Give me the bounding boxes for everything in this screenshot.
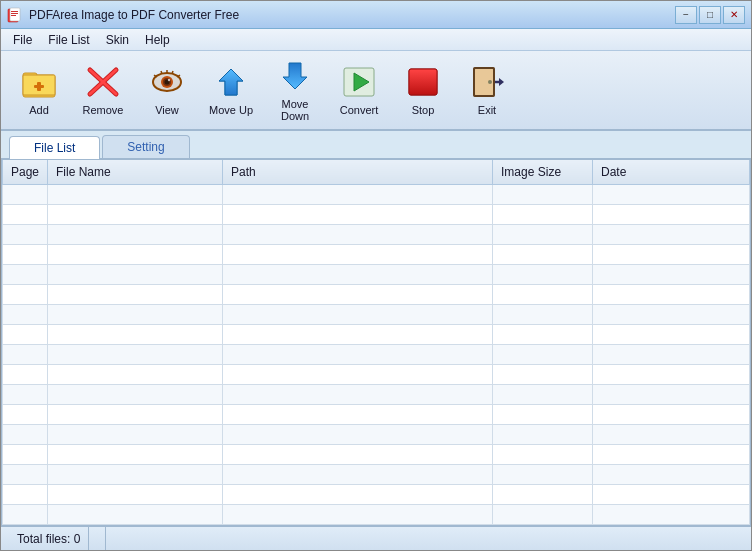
svg-marker-38 [499, 78, 504, 86]
svg-rect-32 [409, 69, 437, 95]
table-cell [593, 284, 750, 304]
table-cell [223, 324, 493, 344]
maximize-button[interactable]: □ [699, 6, 721, 24]
table-cell [48, 404, 223, 424]
table-cell [48, 344, 223, 364]
table-cell [48, 384, 223, 404]
menu-file[interactable]: File [5, 31, 40, 49]
file-table: Page File Name Path Image Size Date (fun… [2, 160, 750, 526]
table-cell [3, 444, 48, 464]
stop-icon [405, 64, 441, 100]
remove-button[interactable]: Remove [73, 55, 133, 125]
status-total-files: Total files: 0 [9, 527, 89, 550]
table-cell [593, 304, 750, 324]
menu-skin[interactable]: Skin [98, 31, 137, 49]
table-row [3, 184, 750, 204]
table-cell [3, 244, 48, 264]
menu-bar: File File List Skin Help [1, 29, 751, 51]
add-button[interactable]: Add [9, 55, 69, 125]
window-title: PDFArea Image to PDF Converter Free [29, 8, 239, 22]
col-header-filename: File Name [48, 160, 223, 184]
table-row [3, 404, 750, 424]
table-cell [3, 204, 48, 224]
table-row [3, 424, 750, 444]
table-cell [223, 264, 493, 284]
table-row [3, 484, 750, 504]
move-up-button[interactable]: Move Up [201, 55, 261, 125]
table-cell [3, 184, 48, 204]
svg-rect-2 [11, 11, 18, 12]
move-down-button[interactable]: Move Down [265, 55, 325, 125]
total-files-label: Total files: 0 [17, 532, 80, 546]
table-cell [223, 504, 493, 524]
table-row [3, 444, 750, 464]
tab-setting[interactable]: Setting [102, 135, 189, 158]
table-cell [493, 504, 593, 524]
col-header-page: Page [3, 160, 48, 184]
table-cell [3, 224, 48, 244]
table-header-row: Page File Name Path Image Size Date [3, 160, 750, 184]
exit-button[interactable]: Exit [457, 55, 517, 125]
table-cell [48, 184, 223, 204]
table-cell [48, 244, 223, 264]
convert-button[interactable]: Convert [329, 55, 389, 125]
table-row [3, 324, 750, 344]
table-cell [3, 424, 48, 444]
svg-line-23 [172, 71, 173, 74]
close-button[interactable]: ✕ [723, 6, 745, 24]
move-down-label: Move Down [266, 98, 324, 122]
table-cell [223, 344, 493, 364]
svg-rect-4 [11, 15, 16, 16]
table-cell [223, 384, 493, 404]
table-row [3, 384, 750, 404]
exit-label: Exit [478, 104, 496, 116]
title-buttons: − □ ✕ [675, 6, 745, 24]
convert-icon [341, 64, 377, 100]
table-cell [493, 224, 593, 244]
table-cell [223, 424, 493, 444]
table-cell [3, 284, 48, 304]
add-label: Add [29, 104, 49, 116]
table-cell [493, 284, 593, 304]
table-cell [493, 464, 593, 484]
table-cell [493, 184, 593, 204]
table-cell [593, 264, 750, 284]
table-cell [48, 484, 223, 504]
table-cell [48, 264, 223, 284]
table-cell [493, 324, 593, 344]
table-cell [493, 204, 593, 224]
svg-rect-9 [34, 85, 44, 88]
table-cell [3, 264, 48, 284]
view-button[interactable]: View [137, 55, 197, 125]
minimize-button[interactable]: − [675, 6, 697, 24]
toolbar: Add Remove [1, 51, 751, 131]
table-cell [493, 304, 593, 324]
tab-file-list[interactable]: File List [9, 136, 100, 159]
remove-label: Remove [83, 104, 124, 116]
table-cell [223, 284, 493, 304]
table-row [3, 464, 750, 484]
convert-label: Convert [340, 104, 379, 116]
move-down-icon [277, 58, 313, 94]
table-cell [48, 364, 223, 384]
remove-icon [85, 64, 121, 100]
table-row [3, 264, 750, 284]
menu-help[interactable]: Help [137, 31, 178, 49]
table-cell [593, 324, 750, 344]
table-cell [3, 464, 48, 484]
table-cell [48, 424, 223, 444]
table-cell [593, 424, 750, 444]
table-cell [223, 184, 493, 204]
main-window: PDFArea Image to PDF Converter Free − □ … [0, 0, 752, 551]
table-cell [593, 404, 750, 424]
stop-button[interactable]: Stop [393, 55, 453, 125]
table-cell [593, 504, 750, 524]
table-cell [3, 364, 48, 384]
table-cell [493, 484, 593, 504]
table-cell [48, 444, 223, 464]
table-row [3, 304, 750, 324]
menu-filelist[interactable]: File List [40, 31, 97, 49]
table-cell [223, 364, 493, 384]
table-cell [3, 504, 48, 524]
folder-icon [21, 64, 57, 100]
